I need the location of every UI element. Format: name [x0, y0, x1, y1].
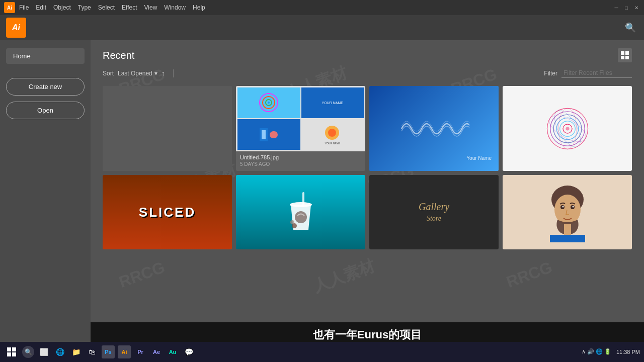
file-thumb-4: SLICED: [103, 175, 232, 249]
app-logo: Ai: [4, 2, 15, 13]
view-toggle-button[interactable]: [618, 48, 632, 62]
svg-rect-0: [621, 51, 624, 55]
menu-object[interactable]: Object: [53, 4, 71, 11]
maximize-button[interactable]: □: [623, 4, 630, 11]
taskbar-search-button[interactable]: 🔍: [22, 346, 34, 358]
taskbar-icon-ae[interactable]: Ae: [150, 345, 163, 358]
taskbar-icon-edge[interactable]: 🌐: [53, 345, 66, 358]
menu-edit[interactable]: Edit: [36, 4, 46, 11]
app-window: Ai 🔍 Home Create new Open RRCG 人人素材 RRCG…: [0, 15, 644, 362]
svg-point-19: [566, 127, 569, 130]
svg-rect-35: [564, 224, 571, 235]
taskbar-icon-explorer[interactable]: 📁: [69, 345, 83, 358]
close-button[interactable]: ✕: [633, 4, 640, 11]
gallery-store-text: Gallery Store: [419, 201, 449, 224]
file-grid: Untitled-1.jpg 3 DAYS AGO: [103, 86, 632, 249]
file-card-3[interactable]: Untitled-142.jpg 6 DAYS AGO: [503, 86, 632, 171]
watermark-8: RRCG: [504, 258, 555, 292]
sort-label: Sort: [103, 70, 114, 77]
menu-select[interactable]: Select: [98, 4, 115, 11]
menu-file[interactable]: File: [19, 4, 29, 11]
file-name-1: Untitled-785.jpg: [240, 154, 361, 160]
filter-label: Filter: [544, 70, 557, 77]
watermark-6: RRCG: [117, 258, 168, 292]
file-thumb-5: [236, 175, 365, 249]
file-card-0[interactable]: Untitled-1.jpg 3 DAYS AGO: [103, 86, 232, 171]
file-card-2[interactable]: Your Name Untitled-78.ai 5 DAYS AGO: [369, 86, 499, 171]
taskbar-icon-taskview[interactable]: ⬜: [37, 345, 50, 358]
menu-view[interactable]: View: [144, 4, 157, 11]
search-button[interactable]: 🔍: [623, 20, 638, 35]
file-thumb-6: Gallery Store: [369, 175, 499, 249]
sidebar: Home Create new Open: [0, 40, 91, 362]
svg-point-33: [572, 206, 574, 208]
content-area: Home Create new Open RRCG 人人素材 RRCG 人人素材…: [0, 40, 644, 362]
top-toolbar: Ai 🔍: [0, 15, 644, 40]
file-card-1[interactable]: YOUR NAME: [236, 86, 365, 171]
file-card-4[interactable]: SLICED: [103, 175, 232, 249]
sort-dropdown[interactable]: Last Opened ▾: [118, 70, 157, 77]
svg-rect-2: [621, 56, 624, 59]
taskbar-icon-ai[interactable]: Ai: [118, 345, 131, 358]
file-date-1: 5 DAYS AGO: [240, 161, 361, 167]
file-thumb-3: [503, 86, 632, 171]
sort-order-button[interactable]: ↑: [162, 69, 165, 77]
taskbar-icons: ⬜ 🌐 📁 🛍 Ps Ai Pr Ae Au 💬: [37, 345, 195, 358]
svg-rect-9: [262, 130, 266, 139]
svg-point-7: [268, 102, 270, 104]
svg-point-12: [328, 129, 336, 137]
menu-type[interactable]: Type: [78, 4, 91, 11]
chevron-down-icon: ▾: [154, 70, 157, 77]
svg-point-23: [290, 202, 312, 207]
file-card-6[interactable]: Gallery Store: [369, 175, 499, 249]
svg-point-27: [290, 220, 294, 224]
svg-rect-24: [302, 192, 304, 207]
menu-help[interactable]: Help: [193, 4, 205, 11]
menu-window[interactable]: Window: [164, 4, 186, 11]
file-info-1: Untitled-785.jpg 5 DAYS AGO: [236, 151, 365, 171]
svg-point-25: [295, 211, 307, 223]
main-inner: Recent Sort: [103, 48, 632, 249]
taskbar-icon-au[interactable]: Au: [166, 345, 179, 358]
svg-rect-3: [625, 56, 629, 59]
file-card-5[interactable]: [236, 175, 365, 249]
subtitle-cn: 也有一年Eurus的项目: [101, 327, 634, 342]
your-name-label: Your Name: [466, 155, 492, 161]
taskbar-icons-system: ∧ 🔊 🌐 🔋: [582, 348, 611, 355]
main-content: RRCG 人人素材 RRCG 人人素材 RRCG RRCG 人人素材 RRCG …: [91, 40, 644, 362]
minimize-button[interactable]: ─: [613, 4, 620, 11]
file-thumb-0: [103, 86, 232, 171]
svg-rect-10: [270, 131, 278, 138]
svg-rect-34: [550, 235, 585, 242]
taskbar-right: ∧ 🔊 🌐 🔋 11:38 PM: [582, 348, 640, 355]
taskbar: 🔍 ⬜ 🌐 📁 🛍 Ps Ai Pr Ae Au 💬 ∧ 🔊 🌐 🔋 11:38…: [0, 342, 644, 362]
menu-bar: File Edit Object Type Select Effect View…: [19, 4, 613, 11]
taskbar-icon-chat[interactable]: 💬: [182, 345, 195, 358]
watermark-7: 人人素材: [310, 255, 378, 298]
sort-filter-divider: [173, 69, 174, 77]
title-bar: Ai File Edit Object Type Select Effect V…: [0, 0, 644, 15]
menu-effect[interactable]: Effect: [122, 4, 137, 11]
recent-header: Recent: [103, 48, 632, 62]
file-card-7[interactable]: Untitled-17.jpg: [503, 175, 632, 249]
taskbar-icon-ps[interactable]: Ps: [102, 345, 115, 358]
ai-logo: Ai: [6, 18, 26, 38]
file-thumb-2: Your Name: [369, 86, 499, 171]
svg-point-32: [562, 206, 564, 208]
home-button[interactable]: Home: [6, 48, 85, 64]
taskbar-icon-store[interactable]: 🛍: [86, 345, 99, 358]
start-button[interactable]: [4, 344, 19, 359]
file-thumb-1: YOUR NAME: [236, 86, 365, 151]
taskbar-icon-pr[interactable]: Pr: [134, 345, 147, 358]
sort-filter-bar: Sort Last Opened ▾ ↑ Filter: [103, 68, 632, 78]
window-controls: ─ □ ✕: [613, 4, 640, 11]
sliced-text: SLICED: [139, 205, 196, 220]
create-new-button[interactable]: Create new: [6, 78, 85, 96]
file-thumb-7: [503, 175, 632, 249]
svg-rect-1: [625, 51, 629, 55]
open-button[interactable]: Open: [6, 102, 85, 119]
taskbar-time: 11:38 PM: [616, 348, 640, 355]
filter-input[interactable]: [561, 68, 632, 78]
windows-icon: [7, 347, 16, 356]
recent-title: Recent: [103, 50, 134, 61]
